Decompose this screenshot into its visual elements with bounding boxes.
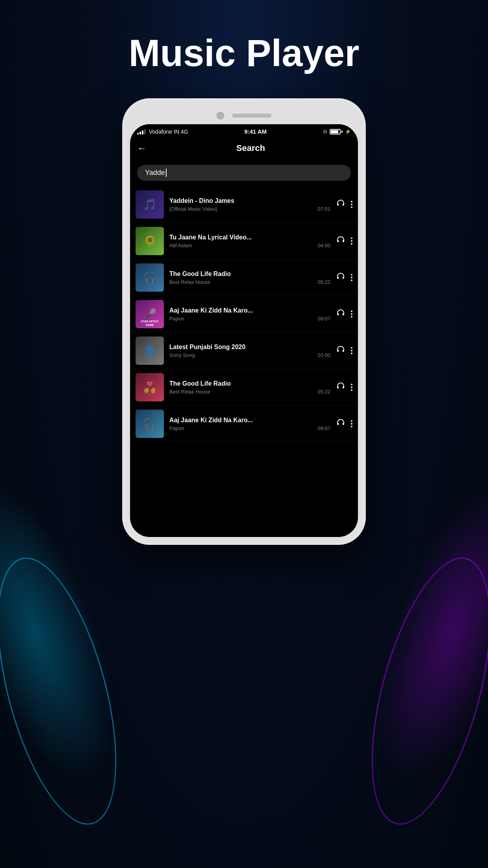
song-info-1: Yaddein - Dino James[Official Music Vide…	[169, 197, 330, 212]
song-actions-4	[336, 308, 352, 320]
battery-fill	[331, 130, 338, 133]
song-artist-4: Papon	[169, 316, 184, 322]
song-thumbnail-6: 💑	[136, 373, 164, 401]
app-title: Music Player	[129, 31, 360, 75]
battery-tip	[341, 131, 343, 133]
song-info-3: The Good Life RadioBest Relax House05:22	[169, 270, 330, 285]
back-button[interactable]: ←	[137, 141, 150, 155]
signal-bar-4	[144, 129, 146, 134]
song-duration-6: 05:22	[317, 389, 330, 395]
song-title-3: The Good Life Radio	[169, 270, 330, 278]
song-thumbnail-5: 👤	[136, 337, 164, 365]
song-title-2: Tu Jaane Na Lyrical Video...	[169, 234, 330, 241]
song-info-7: Aaj Jaane Ki Zidd Na Karo...Papon09:07	[169, 417, 330, 431]
more-menu-icon-2[interactable]	[351, 237, 352, 245]
song-item-6[interactable]: 💑The Good Life RadioBest Relax House05:2…	[130, 369, 358, 406]
bg-arc-left	[0, 546, 140, 837]
song-artist-6: Best Relax House	[169, 389, 210, 395]
song-item-1[interactable]: 🎵Yaddein - Dino James[Official Music Vid…	[130, 186, 358, 223]
headphone-icon-2[interactable]	[336, 235, 345, 247]
status-left: Vodafone IN 4G	[137, 129, 188, 135]
headphone-icon-3[interactable]	[336, 272, 345, 283]
header-title: Search	[150, 143, 351, 153]
song-duration-2: 04:00	[317, 243, 330, 248]
song-thumbnail-1: 🎵	[136, 190, 164, 219]
song-duration-4: 09:07	[317, 316, 330, 322]
song-artist-2: Atif Aslam	[169, 243, 192, 248]
headphone-icon-5[interactable]	[336, 345, 345, 357]
song-info-5: Latest Punjabi Song 2020Sorry Song03:00	[169, 344, 330, 358]
location-icon: ⊙	[323, 129, 327, 134]
song-duration-7: 09:07	[317, 425, 330, 431]
phone-top-bar	[130, 106, 358, 124]
song-meta-5: Sorry Song03:00	[169, 352, 330, 358]
status-right: ⊙ ⚡	[323, 129, 351, 134]
more-menu-icon-1[interactable]	[351, 201, 352, 208]
song-item-5[interactable]: 👤Latest Punjabi Song 2020Sorry Song03:00	[130, 333, 358, 369]
song-item-2[interactable]: 🌻Tu Jaane Na Lyrical Video...Atif Aslam0…	[130, 223, 358, 259]
app-header: ← Search	[130, 137, 358, 161]
more-menu-icon-5[interactable]	[351, 347, 352, 354]
signal-bars	[137, 129, 146, 134]
signal-bar-1	[137, 133, 139, 134]
song-title-7: Aaj Jaane Ki Zidd Na Karo...	[169, 417, 330, 424]
phone-speaker	[232, 114, 272, 118]
song-meta-7: Papon09:07	[169, 425, 330, 431]
headphone-icon-7[interactable]	[336, 418, 345, 430]
phone-frame: Vodafone IN 4G 9:41 AM ⊙ ⚡ ← Search	[122, 98, 366, 545]
song-title-6: The Good Life Radio	[169, 380, 330, 387]
song-info-2: Tu Jaane Na Lyrical Video...Atif Aslam04…	[169, 234, 330, 248]
status-bar: Vodafone IN 4G 9:41 AM ⊙ ⚡	[130, 124, 358, 137]
song-duration-5: 03:00	[317, 352, 330, 358]
bolt-icon: ⚡	[345, 129, 351, 134]
song-thumbnail-2: 🌻	[136, 227, 164, 255]
song-actions-5	[336, 345, 352, 357]
more-menu-icon-6[interactable]	[351, 384, 352, 391]
status-time: 9:41 AM	[244, 128, 267, 135]
bg-arc-right	[348, 546, 488, 837]
song-item-3[interactable]: 🎧The Good Life RadioBest Relax House05:2…	[130, 259, 358, 296]
song-item-4[interactable]: STAR ARTIST NAME🎤Aaj Jaane Ki Zidd Na Ka…	[130, 296, 358, 333]
song-title-1: Yaddein - Dino James	[169, 197, 330, 204]
song-thumbnail-3: 🎧	[136, 263, 164, 292]
more-menu-icon-4[interactable]	[351, 311, 352, 318]
song-item-7[interactable]: 🎧Aaj Jaane Ki Zidd Na Karo...Papon09:07	[130, 406, 358, 442]
search-container: Yadde	[130, 161, 358, 186]
song-info-6: The Good Life RadioBest Relax House05:22	[169, 380, 330, 395]
song-duration-1: 07:51	[317, 206, 330, 212]
song-actions-2	[336, 235, 352, 247]
more-menu-icon-3[interactable]	[351, 274, 352, 281]
signal-bar-3	[142, 131, 143, 134]
song-actions-6	[336, 381, 352, 393]
song-thumbnail-7: 🎧	[136, 410, 164, 438]
phone-camera	[216, 112, 224, 120]
headphone-icon-1[interactable]	[336, 199, 345, 210]
song-artist-3: Best Relax House	[169, 279, 210, 285]
battery-icon	[330, 129, 343, 134]
more-menu-icon-7[interactable]	[351, 420, 352, 427]
carrier-text: Vodafone IN 4G	[149, 129, 188, 135]
song-list: 🎵Yaddein - Dino James[Official Music Vid…	[130, 186, 358, 442]
song-actions-3	[336, 272, 352, 283]
battery-body	[330, 129, 341, 134]
song-artist-1: [Official Music Video]	[169, 206, 217, 212]
song-meta-4: Papon09:07	[169, 316, 330, 322]
song-info-4: Aaj Jaane Ki Zidd Na Karo...Papon09:07	[169, 307, 330, 322]
phone-screen: Vodafone IN 4G 9:41 AM ⊙ ⚡ ← Search	[130, 124, 358, 537]
headphone-icon-6[interactable]	[336, 381, 345, 393]
song-artist-5: Sorry Song	[169, 352, 195, 358]
signal-bar-2	[139, 132, 141, 134]
song-meta-3: Best Relax House05:22	[169, 279, 330, 285]
search-input[interactable]: Yadde	[145, 169, 167, 177]
song-title-4: Aaj Jaane Ki Zidd Na Karo...	[169, 307, 330, 314]
search-input-wrapper[interactable]: Yadde	[137, 165, 351, 181]
song-artist-7: Papon	[169, 425, 184, 431]
song-actions-1	[336, 199, 352, 210]
song-meta-1: [Official Music Video]07:51	[169, 206, 330, 212]
song-title-5: Latest Punjabi Song 2020	[169, 344, 330, 351]
song-actions-7	[336, 418, 352, 430]
song-thumbnail-4: STAR ARTIST NAME🎤	[136, 300, 164, 328]
song-duration-3: 05:22	[317, 279, 330, 285]
headphone-icon-4[interactable]	[336, 308, 345, 320]
song-meta-2: Atif Aslam04:00	[169, 243, 330, 248]
